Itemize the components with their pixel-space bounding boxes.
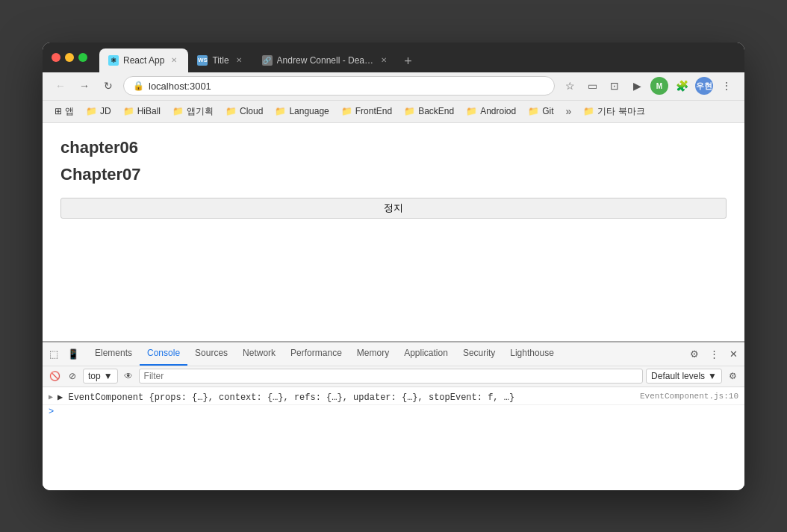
tab-close-ws[interactable]: ✕	[234, 55, 244, 66]
tab-security[interactable]: Security	[455, 342, 503, 366]
bookmark-language[interactable]: 📁 Language	[270, 104, 333, 118]
console-log-row[interactable]: ▶ ▶ EventComponent {props: {…}, context:…	[43, 390, 744, 405]
folder-icon-hiball: 📁	[123, 106, 134, 116]
devtools-device-button[interactable]: 📱	[65, 345, 81, 362]
tab-performance[interactable]: Performance	[283, 342, 349, 366]
bookmarks-more-button[interactable]: »	[562, 104, 576, 119]
console-clear-button[interactable]: 🚫	[47, 369, 62, 384]
devtools-panel: ⬚ 📱 Elements Console Sources Network Per…	[43, 341, 744, 490]
tab-react-app[interactable]: ⚛ React App ✕	[99, 48, 188, 72]
tab-sources[interactable]: Sources	[187, 342, 235, 366]
screenshot-icon[interactable]: ⊡	[606, 77, 623, 95]
bookmark-backend[interactable]: 📁 BackEnd	[399, 104, 458, 118]
devtools-close-button[interactable]: ✕	[725, 345, 741, 362]
media-icon[interactable]: ▶	[628, 77, 646, 95]
tab-title-ws: Title	[212, 55, 228, 66]
console-caret-icon: >	[49, 407, 54, 417]
traffic-light-red[interactable]	[52, 53, 60, 62]
forward-button[interactable]: →	[75, 77, 93, 95]
bookmark-frontend[interactable]: 📁 FrontEnd	[337, 104, 396, 118]
bookmark-jd[interactable]: 📁 JD	[81, 104, 116, 118]
tab-close-andrew[interactable]: ✕	[379, 55, 389, 66]
bookmark-hiball-label: HiBall	[137, 106, 161, 116]
toolbar-icons: ☆ ▭ ⊡ ▶ M 🧩 우현 ⋮	[561, 77, 735, 95]
bookmark-star-icon[interactable]: ☆	[561, 77, 579, 95]
traffic-light-yellow[interactable]	[65, 53, 74, 62]
console-prompt-row[interactable]: >	[43, 405, 744, 419]
devtools-tabs-bar: ⬚ 📱 Elements Console Sources Network Per…	[43, 342, 744, 366]
tab-memory[interactable]: Memory	[349, 342, 396, 366]
expand-arrow-icon[interactable]: ▶	[49, 392, 53, 401]
context-dropdown-icon: ▼	[104, 371, 113, 381]
web-content: chapter06 Chapter07 정지	[43, 123, 744, 341]
console-filter-input[interactable]	[139, 369, 643, 384]
bookmark-plan[interactable]: 📁 앱기획	[168, 104, 218, 119]
bookmark-apps[interactable]: ⊞ 앱	[50, 104, 78, 119]
bookmark-git[interactable]: 📁 Git	[523, 104, 558, 118]
folder-icon-frontend: 📁	[341, 106, 352, 116]
bookmark-android[interactable]: 📁 Androiod	[461, 104, 520, 118]
console-content: ▶ ▶ EventComponent {props: {…}, context:…	[43, 387, 744, 490]
chapter07-heading: Chapter07	[60, 165, 727, 184]
devtools-more-button[interactable]: ⋮	[706, 345, 722, 362]
console-log-link[interactable]: EventComponent.js:10	[640, 392, 738, 401]
tab-application[interactable]: Application	[396, 342, 455, 366]
folder-icon-plan: 📁	[172, 106, 184, 116]
chapter06-heading: chapter06	[60, 138, 727, 157]
lock-icon: 🔒	[133, 81, 144, 91]
back-button[interactable]: ←	[52, 77, 69, 95]
address-input[interactable]: 🔒 localhost:3001	[123, 76, 555, 96]
log-levels-select[interactable]: Default levels ▼	[646, 369, 722, 384]
browser-window: ⚛ React App ✕ WS Title ✕ 🔗 Andrew Connel…	[43, 43, 744, 490]
log-levels-label: Default levels	[651, 371, 705, 381]
title-bar: ⚛ React App ✕ WS Title ✕ 🔗 Andrew Connel…	[43, 43, 744, 72]
traffic-light-green[interactable]	[78, 53, 87, 62]
bookmark-etc-label: 기타 북마크	[597, 105, 644, 118]
extensions-icon[interactable]: 🧩	[673, 77, 691, 95]
new-tab-button[interactable]: +	[398, 51, 419, 72]
tab-console[interactable]: Console	[140, 342, 187, 366]
context-select[interactable]: top ▼	[83, 369, 118, 384]
bookmark-hiball[interactable]: 📁 HiBall	[119, 104, 165, 118]
cast-icon[interactable]: ▭	[583, 77, 601, 95]
log-levels-dropdown-icon: ▼	[708, 371, 717, 381]
folder-icon-android: 📁	[466, 106, 477, 116]
bookmark-cloud-label: Cloud	[240, 106, 263, 116]
devtools-settings-area: ⚙ ⋮ ✕	[686, 345, 741, 362]
console-settings-button[interactable]: ⚙	[725, 369, 740, 384]
devtools-settings-button[interactable]: ⚙	[686, 345, 703, 362]
bookmark-backend-label: BackEnd	[418, 106, 454, 116]
console-filter-toggle[interactable]: ⊘	[65, 369, 80, 384]
tab-ws-title[interactable]: WS Title ✕	[188, 48, 252, 72]
bookmark-language-label: Language	[289, 106, 329, 116]
tab-close-react[interactable]: ✕	[169, 55, 179, 66]
context-label: top	[88, 371, 101, 381]
bookmark-apps-label: 앱	[65, 105, 74, 118]
avatar[interactable]: M	[650, 77, 668, 95]
console-toolbar: 🚫 ⊘ top ▼ 👁 Default levels ▼ ⚙	[43, 366, 744, 387]
bookmark-android-label: Androiod	[480, 106, 516, 116]
tab-title-andrew: Andrew Connell - Dealing with	[277, 55, 374, 66]
tab-lighthouse[interactable]: Lighthouse	[503, 342, 562, 366]
reload-button[interactable]: ↻	[99, 77, 117, 95]
bookmark-frontend-label: FrontEnd	[355, 106, 392, 116]
profile-avatar[interactable]: 우현	[695, 77, 713, 95]
devtools-inspect-button[interactable]: ⬚	[46, 345, 62, 362]
folder-icon-etc: 📁	[583, 106, 594, 116]
apps-grid-icon: ⊞	[55, 106, 62, 116]
stop-button[interactable]: 정지	[60, 198, 727, 219]
tab-favicon-react: ⚛	[108, 55, 119, 66]
console-eye-button[interactable]: 👁	[121, 369, 136, 384]
tab-favicon-ext: 🔗	[262, 55, 273, 66]
tab-title-react: React App	[123, 55, 164, 66]
tab-andrew[interactable]: 🔗 Andrew Connell - Dealing with ✕	[253, 48, 398, 72]
bookmark-cloud[interactable]: 📁 Cloud	[221, 104, 267, 118]
folder-icon-cloud: 📁	[225, 106, 237, 116]
bookmark-etc[interactable]: 📁 기타 북마크	[579, 104, 649, 119]
menu-icon[interactable]: ⋮	[718, 77, 735, 95]
address-bar: ← → ↻ 🔒 localhost:3001 ☆ ▭ ⊡ ▶ M 🧩 우현 ⋮	[43, 72, 744, 101]
address-text: localhost:3001	[149, 81, 211, 92]
tab-elements[interactable]: Elements	[87, 342, 140, 366]
tab-network[interactable]: Network	[235, 342, 283, 366]
tabs-bar: ⚛ React App ✕ WS Title ✕ 🔗 Andrew Connel…	[99, 43, 735, 72]
